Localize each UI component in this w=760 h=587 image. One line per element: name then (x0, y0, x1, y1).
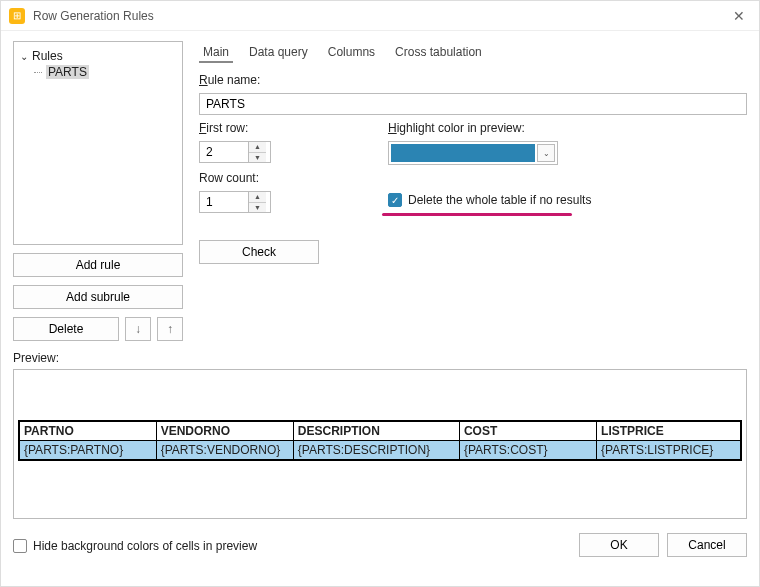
first-row-up-icon[interactable]: ▲ (249, 142, 266, 153)
ok-button[interactable]: OK (579, 533, 659, 557)
tree-item-label: PARTS (46, 65, 89, 79)
tree-item-parts[interactable]: PARTS (34, 64, 178, 80)
highlight-color-picker[interactable]: ⌄ (388, 141, 558, 165)
arrow-down-icon: ↓ (135, 322, 141, 336)
hide-bg-label: Hide background colors of cells in previ… (33, 539, 257, 553)
cell[interactable]: {PARTS:PARTNO} (19, 441, 156, 461)
cancel-button[interactable]: Cancel (667, 533, 747, 557)
tab-columns[interactable]: Columns (324, 43, 379, 63)
first-row-down-icon[interactable]: ▼ (249, 153, 266, 163)
move-down-button[interactable]: ↓ (125, 317, 151, 341)
delete-button[interactable]: Delete (13, 317, 119, 341)
rule-name-label: Rule name: (199, 73, 747, 87)
tree-root[interactable]: ⌄ Rules (18, 48, 178, 64)
first-row-spinner[interactable]: ▲ ▼ (199, 141, 271, 163)
add-rule-button[interactable]: Add rule (13, 253, 183, 277)
window-title: Row Generation Rules (33, 9, 154, 23)
rules-tree[interactable]: ⌄ Rules PARTS (13, 41, 183, 245)
delete-table-checkbox[interactable]: ✓ (388, 193, 402, 207)
delete-table-label: Delete the whole table if no results (408, 193, 591, 207)
first-row-input[interactable] (200, 142, 248, 162)
col-header[interactable]: LISTPRICE (597, 421, 741, 441)
row-count-label: Row count: (199, 171, 364, 185)
tab-main[interactable]: Main (199, 43, 233, 63)
move-up-button[interactable]: ↑ (157, 317, 183, 341)
highlight-color-label: Highlight color in preview: (388, 121, 747, 135)
col-header[interactable]: PARTNO (19, 421, 156, 441)
tab-cross-tabulation[interactable]: Cross tabulation (391, 43, 486, 63)
highlight-color-dropdown-icon[interactable]: ⌄ (537, 144, 555, 162)
cell[interactable]: {PARTS:DESCRIPTION} (293, 441, 459, 461)
tree-root-label: Rules (32, 49, 63, 63)
tab-bar: Main Data query Columns Cross tabulation (199, 41, 747, 69)
col-header[interactable]: VENDORNO (156, 421, 293, 441)
highlight-color-swatch (391, 144, 535, 162)
tree-collapse-icon[interactable]: ⌄ (18, 51, 30, 62)
cell[interactable]: {PARTS:LISTPRICE} (597, 441, 741, 461)
arrow-up-icon: ↑ (167, 322, 173, 336)
table-row[interactable]: {PARTS:PARTNO} {PARTS:VENDORNO} {PARTS:D… (19, 441, 741, 461)
add-subrule-button[interactable]: Add subrule (13, 285, 183, 309)
highlight-underline (382, 213, 572, 216)
cell[interactable]: {PARTS:VENDORNO} (156, 441, 293, 461)
preview-table[interactable]: PARTNO VENDORNO DESCRIPTION COST LISTPRI… (18, 420, 742, 461)
first-row-label: First row: (199, 121, 364, 135)
preview-label: Preview: (13, 351, 747, 365)
col-header[interactable]: DESCRIPTION (293, 421, 459, 441)
col-header[interactable]: COST (459, 421, 596, 441)
titlebar: ⊞ Row Generation Rules ✕ (1, 1, 759, 31)
row-count-up-icon[interactable]: ▲ (249, 192, 266, 203)
row-count-spinner[interactable]: ▲ ▼ (199, 191, 271, 213)
hide-bg-checkbox[interactable] (13, 539, 27, 553)
row-count-down-icon[interactable]: ▼ (249, 203, 266, 213)
preview-panel: PARTNO VENDORNO DESCRIPTION COST LISTPRI… (13, 369, 747, 519)
cell[interactable]: {PARTS:COST} (459, 441, 596, 461)
close-icon[interactable]: ✕ (727, 4, 751, 28)
check-button[interactable]: Check (199, 240, 319, 264)
row-count-input[interactable] (200, 192, 248, 212)
table-header-row: PARTNO VENDORNO DESCRIPTION COST LISTPRI… (19, 421, 741, 441)
rule-name-input[interactable] (199, 93, 747, 115)
tab-data-query[interactable]: Data query (245, 43, 312, 63)
app-icon: ⊞ (9, 8, 25, 24)
